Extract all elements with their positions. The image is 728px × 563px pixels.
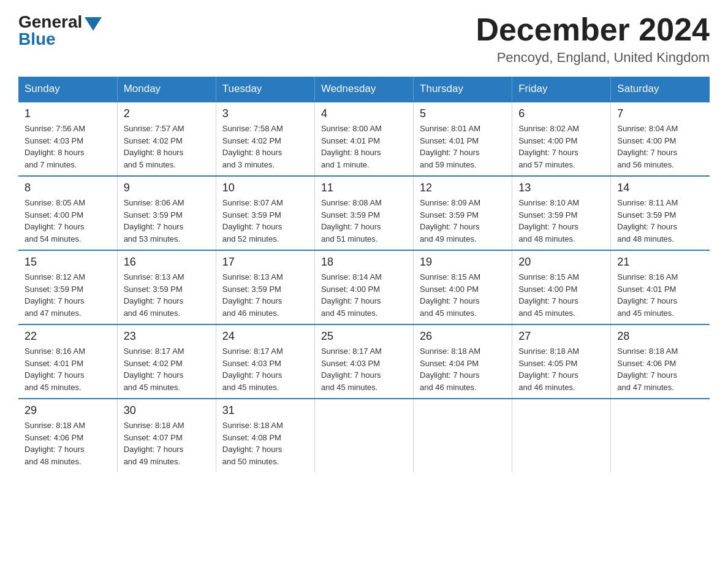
day-number: 5 [420,107,506,120]
calendar-cell: 31 Sunrise: 8:18 AMSunset: 4:08 PMDaylig… [216,399,314,472]
day-info: Sunrise: 8:08 AMSunset: 3:59 PMDaylight:… [321,197,407,245]
day-info: Sunrise: 8:06 AMSunset: 3:59 PMDaylight:… [124,197,210,245]
day-info: Sunrise: 8:10 AMSunset: 3:59 PMDaylight:… [518,197,604,245]
day-info: Sunrise: 8:05 AMSunset: 4:00 PMDaylight:… [25,197,111,245]
day-number: 10 [222,182,308,194]
calendar-cell: 21 Sunrise: 8:16 AMSunset: 4:01 PMDaylig… [611,250,710,324]
calendar-cell: 28 Sunrise: 8:18 AMSunset: 4:06 PMDaylig… [611,324,710,399]
day-number: 21 [617,256,703,269]
calendar-cell: 6 Sunrise: 8:02 AMSunset: 4:00 PMDayligh… [512,102,611,176]
day-info: Sunrise: 8:18 AMSunset: 4:05 PMDaylight:… [518,345,604,393]
day-info: Sunrise: 8:18 AMSunset: 4:04 PMDaylight:… [420,345,506,393]
calendar-cell: 15 Sunrise: 8:12 AMSunset: 3:59 PMDaylig… [18,250,117,324]
day-number: 4 [321,107,407,120]
day-info: Sunrise: 7:57 AMSunset: 4:02 PMDaylight:… [124,123,210,170]
day-number: 3 [222,107,308,120]
day-info: Sunrise: 8:15 AMSunset: 4:00 PMDaylight:… [518,271,604,319]
calendar-cell: 30 Sunrise: 8:18 AMSunset: 4:07 PMDaylig… [117,399,216,472]
day-info: Sunrise: 8:16 AMSunset: 4:01 PMDaylight:… [617,271,703,319]
calendar-cell: 23 Sunrise: 8:17 AMSunset: 4:02 PMDaylig… [117,324,216,399]
calendar-cell: 20 Sunrise: 8:15 AMSunset: 4:00 PMDaylig… [512,250,611,324]
calendar-cell [314,399,413,472]
calendar-week-row: 15 Sunrise: 8:12 AMSunset: 3:59 PMDaylig… [18,250,710,324]
day-number: 1 [25,107,111,120]
day-info: Sunrise: 8:15 AMSunset: 4:00 PMDaylight:… [420,271,506,319]
calendar-cell: 7 Sunrise: 8:04 AMSunset: 4:00 PMDayligh… [611,102,710,176]
calendar-header-tuesday: Tuesday [216,77,314,102]
day-number: 23 [124,330,210,343]
calendar-header-row: SundayMondayTuesdayWednesdayThursdayFrid… [18,77,710,102]
day-info: Sunrise: 8:18 AMSunset: 4:06 PMDaylight:… [25,419,111,467]
calendar-table: SundayMondayTuesdayWednesdayThursdayFrid… [18,77,710,472]
day-info: Sunrise: 8:13 AMSunset: 3:59 PMDaylight:… [124,271,210,319]
page-header: General Blue December 2024 Pencoyd, Engl… [18,12,710,66]
day-info: Sunrise: 8:07 AMSunset: 3:59 PMDaylight:… [222,197,308,245]
calendar-cell: 18 Sunrise: 8:14 AMSunset: 4:00 PMDaylig… [314,250,413,324]
day-number: 16 [124,256,210,269]
calendar-cell: 22 Sunrise: 8:16 AMSunset: 4:01 PMDaylig… [18,324,117,399]
calendar-header-monday: Monday [117,77,216,102]
day-number: 31 [222,404,308,417]
calendar-cell: 10 Sunrise: 8:07 AMSunset: 3:59 PMDaylig… [216,176,314,250]
calendar-cell: 16 Sunrise: 8:13 AMSunset: 3:59 PMDaylig… [117,250,216,324]
calendar-cell: 12 Sunrise: 8:09 AMSunset: 3:59 PMDaylig… [414,176,512,250]
day-number: 6 [518,107,604,120]
day-number: 30 [124,404,210,417]
day-number: 24 [222,330,308,343]
logo: General Blue [18,12,102,49]
day-info: Sunrise: 8:12 AMSunset: 3:59 PMDaylight:… [25,271,111,319]
day-number: 25 [321,330,407,343]
day-number: 9 [124,182,210,194]
logo-blue-text: Blue [18,29,56,49]
calendar-week-row: 29 Sunrise: 8:18 AMSunset: 4:06 PMDaylig… [18,399,710,472]
calendar-header-thursday: Thursday [414,77,512,102]
day-info: Sunrise: 8:17 AMSunset: 4:03 PMDaylight:… [222,345,308,393]
day-number: 29 [25,404,111,417]
calendar-header-friday: Friday [512,77,611,102]
calendar-cell: 8 Sunrise: 8:05 AMSunset: 4:00 PMDayligh… [18,176,117,250]
calendar-cell [512,399,611,472]
calendar-cell [611,399,710,472]
day-number: 7 [617,107,703,120]
calendar-cell [414,399,512,472]
calendar-cell: 1 Sunrise: 7:56 AMSunset: 4:03 PMDayligh… [18,102,117,176]
calendar-cell: 25 Sunrise: 8:17 AMSunset: 4:03 PMDaylig… [314,324,413,399]
title-section: December 2024 Pencoyd, England, United K… [476,12,710,66]
day-number: 27 [518,330,604,343]
day-info: Sunrise: 8:17 AMSunset: 4:02 PMDaylight:… [124,345,210,393]
day-number: 20 [518,256,604,269]
day-info: Sunrise: 8:02 AMSunset: 4:00 PMDaylight:… [518,123,604,170]
day-number: 8 [25,182,111,194]
day-info: Sunrise: 8:09 AMSunset: 3:59 PMDaylight:… [420,197,506,245]
day-number: 15 [25,256,111,269]
calendar-cell: 2 Sunrise: 7:57 AMSunset: 4:02 PMDayligh… [117,102,216,176]
day-info: Sunrise: 8:18 AMSunset: 4:07 PMDaylight:… [124,419,210,467]
calendar-cell: 29 Sunrise: 8:18 AMSunset: 4:06 PMDaylig… [18,399,117,472]
calendar-cell: 5 Sunrise: 8:01 AMSunset: 4:01 PMDayligh… [414,102,512,176]
calendar-cell: 13 Sunrise: 8:10 AMSunset: 3:59 PMDaylig… [512,176,611,250]
day-number: 18 [321,256,407,269]
day-number: 2 [124,107,210,120]
calendar-cell: 4 Sunrise: 8:00 AMSunset: 4:01 PMDayligh… [314,102,413,176]
calendar-cell: 3 Sunrise: 7:58 AMSunset: 4:02 PMDayligh… [216,102,314,176]
day-info: Sunrise: 8:17 AMSunset: 4:03 PMDaylight:… [321,345,407,393]
day-info: Sunrise: 8:16 AMSunset: 4:01 PMDaylight:… [25,345,111,393]
calendar-cell: 11 Sunrise: 8:08 AMSunset: 3:59 PMDaylig… [314,176,413,250]
day-number: 13 [518,182,604,194]
calendar-cell: 19 Sunrise: 8:15 AMSunset: 4:00 PMDaylig… [414,250,512,324]
calendar-cell: 26 Sunrise: 8:18 AMSunset: 4:04 PMDaylig… [414,324,512,399]
calendar-cell: 24 Sunrise: 8:17 AMSunset: 4:03 PMDaylig… [216,324,314,399]
day-info: Sunrise: 7:58 AMSunset: 4:02 PMDaylight:… [222,123,308,170]
calendar-week-row: 1 Sunrise: 7:56 AMSunset: 4:03 PMDayligh… [18,102,710,176]
day-number: 12 [420,182,506,194]
day-info: Sunrise: 8:18 AMSunset: 4:06 PMDaylight:… [617,345,703,393]
day-info: Sunrise: 8:18 AMSunset: 4:08 PMDaylight:… [222,419,308,467]
calendar-week-row: 22 Sunrise: 8:16 AMSunset: 4:01 PMDaylig… [18,324,710,399]
day-info: Sunrise: 8:01 AMSunset: 4:01 PMDaylight:… [420,123,506,170]
calendar-cell: 17 Sunrise: 8:13 AMSunset: 3:59 PMDaylig… [216,250,314,324]
day-info: Sunrise: 8:11 AMSunset: 3:59 PMDaylight:… [617,197,703,245]
day-info: Sunrise: 8:13 AMSunset: 3:59 PMDaylight:… [222,271,308,319]
month-title: December 2024 [476,12,710,47]
calendar-week-row: 8 Sunrise: 8:05 AMSunset: 4:00 PMDayligh… [18,176,710,250]
calendar-header-sunday: Sunday [18,77,117,102]
